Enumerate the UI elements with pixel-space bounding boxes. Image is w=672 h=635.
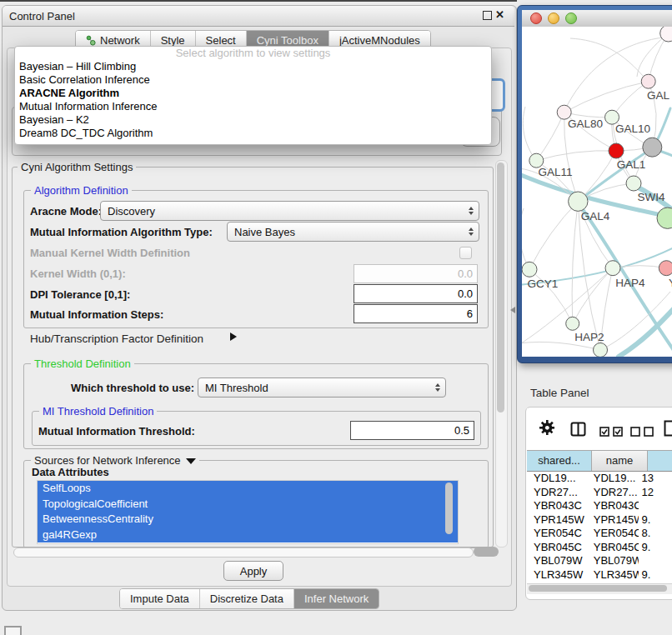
tab-impute-data[interactable]: Impute Data (120, 589, 199, 608)
aracne-mode-label: Aracne Mode: (30, 205, 102, 218)
algorithm-option[interactable]: ARACNE Algorithm (15, 87, 491, 100)
network-edge (564, 82, 649, 112)
node-label: GCY1 (528, 278, 559, 290)
algorithm-definition-legend: Algorithm Definition (31, 184, 132, 197)
network-canvas[interactable]: GALGAL80GAL10GAL1GAL11SWI4GAL4GCY1HAP4YH… (522, 27, 672, 357)
network-node[interactable] (605, 261, 620, 276)
table-row[interactable]: YER054CYER054C8. (527, 527, 672, 541)
gear-icon[interactable] (539, 419, 555, 439)
algorithm-option[interactable]: Dream8 DC_TDC Algorithm (15, 127, 491, 140)
spinner-arrows-icon (432, 383, 445, 392)
split-panel-icon[interactable] (570, 422, 586, 440)
close-traffic-light-icon[interactable] (530, 12, 542, 24)
network-node[interactable] (594, 343, 608, 358)
table-body[interactable]: YDL19...YDL19...13YDR27...YDR27...12YBR0… (527, 472, 672, 583)
threshold-definition-legend: Threshold Definition (31, 358, 134, 370)
mi-steps-input[interactable]: 6 (354, 304, 478, 323)
column-header[interactable] (648, 451, 672, 471)
minimize-traffic-light-icon[interactable] (548, 12, 559, 24)
mi-threshold-input[interactable]: 0.5 (350, 421, 474, 440)
screen: Control Panel ✕ Network Style Select Cyn… (0, 0, 672, 635)
network-edge (536, 151, 616, 161)
column-header[interactable]: name (592, 451, 648, 471)
minimized-panel-icon[interactable] (4, 626, 22, 635)
dropdown-placeholder: Select algorithm to view settings (15, 47, 491, 60)
network-node[interactable] (569, 192, 588, 211)
checked-columns-icon[interactable] (599, 425, 623, 440)
which-threshold-select[interactable]: MI Threshold (198, 378, 446, 398)
table-hscrollbar-thumb[interactable] (529, 585, 667, 592)
panel-collapse-arrow[interactable] (510, 307, 515, 313)
algorithm-option[interactable]: Bayesian – K2 (15, 113, 491, 127)
tab-discretize-data[interactable]: Discretize Data (199, 589, 293, 608)
network-node[interactable] (641, 74, 655, 88)
top-divider-line (0, 0, 517, 2)
mi-algorithm-type-select[interactable]: Naive Bayes (227, 222, 479, 242)
network-edge (523, 107, 536, 161)
float-window-icon[interactable] (483, 11, 492, 20)
mi-steps-label: Mutual Information Steps: (30, 308, 163, 321)
table-row[interactable]: YBR045CYBR045C9. (527, 541, 672, 555)
close-icon[interactable]: ✕ (495, 8, 504, 21)
data-attribute-item[interactable]: TopologicalCoefficient (38, 497, 458, 512)
table-row[interactable]: YPR145WYPR145W9. (527, 513, 672, 528)
data-attribute-item[interactable]: gal4RGexp (38, 528, 458, 543)
algorithm-options-list: Bayesian – Hill ClimbingBasic Correlatio… (15, 60, 491, 140)
network-node[interactable] (609, 143, 624, 158)
network-node[interactable] (522, 262, 537, 277)
node-label: HAP4 (615, 277, 645, 289)
group-legend: Cyni Algorithm Settings (18, 161, 136, 173)
attributes-list-scrollbar[interactable] (445, 482, 453, 534)
data-attribute-item[interactable]: BetweennessCentrality (38, 512, 458, 528)
mi-threshold-label: Mutual Information Threshold: (38, 425, 195, 438)
apply-button[interactable]: Apply (223, 561, 283, 581)
network-node[interactable] (657, 208, 672, 228)
column-header[interactable]: shared... (527, 451, 592, 471)
table-row[interactable]: YDR27...YDR27...12 (527, 486, 672, 500)
unchecked-columns-icon[interactable] (630, 425, 654, 440)
table-row[interactable]: YDL19...YDL19...13 (527, 472, 672, 486)
expand-arrow-icon[interactable] (230, 332, 237, 341)
data-attribute-item[interactable]: SelfLoops (38, 481, 458, 497)
aracne-mode-value: Discovery (108, 205, 155, 218)
zoom-traffic-light-icon[interactable] (565, 12, 577, 24)
settings-vscrollbar-thumb[interactable] (497, 162, 504, 412)
export-table-icon[interactable] (664, 420, 672, 440)
network-node[interactable] (659, 261, 672, 276)
network-view-titlebar[interactable] (522, 10, 672, 28)
aracne-mode-select[interactable]: Discovery (100, 201, 479, 221)
network-node[interactable] (626, 176, 641, 191)
network-node[interactable] (660, 27, 672, 42)
node-label: SWI4 (637, 191, 664, 203)
table-panel-title: Table Panel (530, 387, 589, 399)
dpi-tolerance-input[interactable]: 0.0 (354, 284, 478, 303)
table-row[interactable]: YBR043CYBR043C (527, 499, 672, 513)
network-node[interactable] (566, 317, 579, 330)
which-threshold-label: Which threshold to use: (71, 382, 194, 394)
algorithm-option[interactable]: Bayesian – Hill Climbing (15, 60, 491, 73)
network-edge (529, 202, 578, 270)
tab-label: Network (100, 34, 140, 47)
node-label: GAL (647, 89, 670, 102)
algorithm-option[interactable]: Mutual Information Inference (15, 100, 491, 113)
node-label: GAL10 (615, 122, 650, 135)
tab-infer-network[interactable]: Infer Network (293, 589, 379, 608)
sources-legend[interactable]: Sources for Network Inference (31, 454, 199, 467)
spinner-arrows-icon (465, 207, 479, 215)
network-edge (612, 82, 649, 118)
settings-hscrollbar-thumb[interactable] (13, 548, 474, 558)
settings-hscrollbar-end[interactable] (474, 547, 499, 557)
hub-section-label[interactable]: Hub/Transcription Factor Definition (30, 332, 203, 345)
node-label: GAL1 (617, 158, 646, 171)
network-node[interactable] (643, 138, 662, 157)
dpi-tolerance-label: DPI Tolerance [0,1]: (30, 288, 130, 301)
data-attributes-list[interactable]: SelfLoopsTopologicalCoefficientBetweenne… (37, 480, 459, 544)
manual-kernel-checkbox[interactable] (459, 247, 472, 259)
algorithm-option[interactable]: Basic Correlation Inference (15, 73, 491, 87)
table-row[interactable]: YLR345WYLR345W9. (527, 568, 672, 582)
node-label: GAL4 (581, 210, 610, 222)
control-panel-titlebar: Control Panel (3, 6, 514, 27)
table-row[interactable]: YBL079WYBL079W (527, 554, 672, 568)
kernel-width-input[interactable]: 0.0 (354, 264, 478, 283)
network-icon (86, 35, 96, 46)
